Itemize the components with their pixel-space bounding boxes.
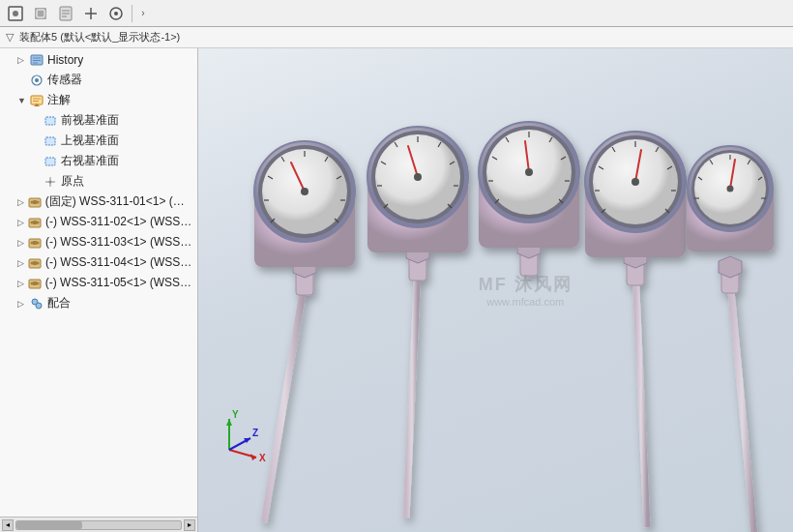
canvas-area[interactable]: MF 沐风网 www.mfcad.com [198,48,793,532]
expand-icon-wss04: ▷ [17,258,25,268]
svg-rect-47 [33,281,37,285]
wss01-label: (固定) WSS-311-01<1> (WSS-311-... [45,193,193,210]
tree-item-wss02[interactable]: ▷ (-) WSS-311-02<1> (WSS-311<<差} [0,212,197,232]
mate-icon [29,296,44,311]
expand-icon-wss01: ▷ [17,197,25,207]
tree-item-annotation[interactable]: ▼ 注解 [0,90,197,110]
scroll-left-button[interactable]: ◂ [2,519,14,531]
expand-icon-wss03: ▷ [17,238,25,248]
svg-point-1 [13,11,18,16]
tree-item-top-plane[interactable]: ▷ 上视基准面 [0,131,197,151]
front-plane-label: 前视基准面 [61,112,119,129]
svg-point-17 [35,78,39,82]
svg-point-126 [631,178,639,186]
svg-point-143 [727,186,734,192]
expand-icon-mate: ▷ [17,299,27,309]
left-panel: ▷ History ▷ [0,48,198,532]
wss05-label: (-) WSS-311-05<1> (WSS-311<<差® [45,275,193,291]
svg-point-107 [525,168,533,176]
main-toolbar: › [0,0,793,27]
toolbar-separator [132,5,132,22]
svg-point-49 [36,303,42,309]
right-plane-icon [43,154,58,169]
circle-button[interactable] [104,3,128,24]
expand-icon-wss02: ▷ [17,218,25,227]
svg-line-108 [635,271,647,527]
tree-item-wss04[interactable]: ▷ (-) WSS-311-04<1> (WSS-311<<差} [0,252,197,273]
component-icon-wss03 [27,235,43,251]
tree-item-sensor[interactable]: ▷ 传感器 [0,70,197,90]
svg-text:Z: Z [252,428,258,438]
wss04-label: (-) WSS-311-04<1> (WSS-311<<差} [45,254,193,271]
tree-item-origin[interactable]: ▷ 原点 [0,171,197,192]
svg-point-27 [49,180,52,183]
main-content: ▷ History ▷ [0,48,793,532]
origin-label: 原点 [61,173,84,190]
tree-item-wss03[interactable]: ▷ (-) WSS-311-03<1> (WSS-311<<差} [0,232,197,252]
cross-button[interactable] [79,3,103,24]
sensor-icon [29,73,44,88]
svg-line-51 [264,281,305,522]
svg-point-11 [114,12,118,15]
tree-item-mate[interactable]: ▷ 配合 [0,293,197,313]
history-icon [29,52,44,68]
scroll-right-button[interactable]: ▸ [184,519,195,531]
breadcrumb-text: 装配体5 (默认<默认_显示状态-1>) [19,30,180,44]
annotation-label: 注解 [47,92,71,108]
svg-rect-50 [198,48,793,532]
svg-marker-129 [719,256,742,278]
panel-scrollbar: ◂ ▸ [0,517,197,532]
svg-rect-18 [31,96,43,104]
svg-rect-22 [45,117,55,125]
annotation-icon [29,93,44,108]
toolbar-more-arrow[interactable]: › [136,3,150,24]
top-plane-label: 上视基准面 [61,133,119,149]
wss02-label: (-) WSS-311-02<1> (WSS-311<<差} [45,214,193,230]
svg-marker-148 [226,419,232,426]
gauges-viewport: X Y Z [198,48,793,532]
tree-item-front-plane[interactable]: ▷ 前视基准面 [0,110,197,131]
feature-tree: ▷ History ▷ [0,48,197,517]
svg-text:Y: Y [232,409,239,420]
breadcrumb-bar: ▽ 装配体5 (默认<默认_显示状态-1>) [0,27,793,48]
svg-line-127 [730,281,754,532]
sensor-label: 传感器 [47,72,82,88]
horizontal-scrollbar[interactable] [15,520,182,530]
tree-item-history[interactable]: ▷ History [0,50,197,70]
svg-rect-12 [31,55,43,65]
component-icon-wss02 [27,215,43,230]
tree-item-wss05[interactable]: ▷ (-) WSS-311-05<1> (WSS-311<<差® [0,273,197,293]
top-plane-icon [43,133,58,149]
scrollbar-thumb [16,521,82,529]
svg-line-70 [406,266,418,517]
tree-item-right-plane[interactable]: ▷ 右视基准面 [0,151,197,171]
svg-point-88 [414,173,422,181]
svg-rect-35 [33,221,37,224]
expand-icon-wss05: ▷ [17,279,25,288]
svg-text:X: X [259,453,266,463]
origin-icon [43,174,58,190]
svg-rect-24 [45,158,55,165]
assembly-button[interactable] [4,3,27,24]
wss03-label: (-) WSS-311-03<1> (WSS-311<<差} [45,234,193,251]
svg-rect-23 [45,137,55,145]
component-icon-wss05 [27,276,43,291]
drawing-button[interactable] [54,3,77,24]
part-button[interactable] [29,3,52,24]
expand-icon-annotation: ▼ [17,96,27,105]
expand-icon: ▷ [17,55,27,65]
component-icon-wss04 [27,255,43,271]
svg-point-69 [301,188,308,195]
right-plane-label: 右视基准面 [61,153,119,169]
mate-label: 配合 [47,295,71,311]
svg-rect-39 [33,241,37,245]
svg-rect-31 [33,200,37,204]
tree-item-wss01[interactable]: ▷ (固定) WSS-311-01<1> (WSS-311-... [0,192,197,212]
svg-rect-43 [33,261,37,265]
front-plane-icon [43,113,58,129]
filter-icon: ▽ [6,31,14,44]
history-label: History [47,53,83,67]
component-icon-wss01 [27,194,43,210]
